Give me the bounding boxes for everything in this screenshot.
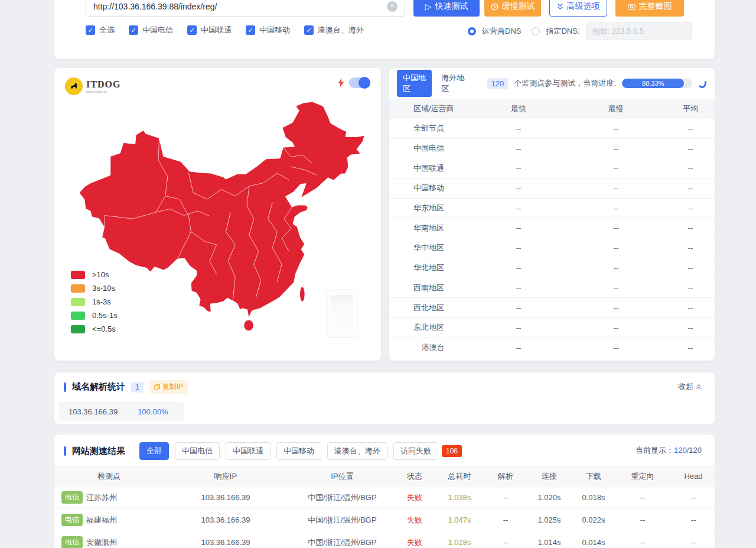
clock-icon xyxy=(491,3,498,11)
legend-swatch xyxy=(71,284,85,293)
logo-subtitle: www.itdog.cn xyxy=(86,90,120,93)
table-row[interactable]: 电信江苏苏州 103.36.166.39 中国/浙江/温州/BGP 失败 1.0… xyxy=(54,487,715,509)
table-row[interactable]: 华中地区------ xyxy=(389,238,715,258)
chevron-double-up-icon xyxy=(696,384,702,390)
progress-fill: 88.33% xyxy=(622,79,685,88)
table-row[interactable]: 东北地区------ xyxy=(389,318,715,338)
check-icon: ✓ xyxy=(86,25,95,35)
radio-isp-dns[interactable] xyxy=(468,27,476,35)
test-config-panel: http://103.36.166.39:88/index/reg/ × ▷ 快… xyxy=(54,0,715,59)
table-row[interactable]: 电信安徽滁州 103.36.166.39 中国/浙江/温州/BGP 失败 1.0… xyxy=(54,531,715,548)
url-input[interactable]: http://103.36.166.39:88/index/reg/ xyxy=(86,0,405,17)
check-icon: ✓ xyxy=(129,25,138,35)
table-row[interactable]: 西南地区------ xyxy=(389,278,715,299)
resolved-ip-item[interactable]: 103.36.166.39 100.00% xyxy=(59,402,184,421)
node-name: 江苏苏州 xyxy=(86,492,117,503)
south-china-sea-inset xyxy=(327,290,357,338)
legend-swatch xyxy=(71,298,85,306)
results-tab-unicom[interactable]: 中国联通 xyxy=(226,442,271,460)
table-row[interactable]: 中国电信------ xyxy=(389,139,715,159)
progress-label: 个监测点参与测试，当前进度: xyxy=(514,78,616,89)
monitor-count-badge: 120 xyxy=(487,78,509,89)
table-row[interactable]: 全部节点------ xyxy=(389,119,715,139)
status-badge: 失败 xyxy=(397,515,432,526)
chevron-double-down-icon xyxy=(557,3,563,10)
table-row[interactable]: 港澳台------ xyxy=(389,338,715,358)
checkbox-hmt-overseas[interactable]: ✓港澳台、海外 xyxy=(304,25,364,35)
map-mode-toggle[interactable] xyxy=(349,77,370,88)
region-stats-panel: 中国地区 海外地区 120 个监测点参与测试，当前进度: 88.33% 区域/运… xyxy=(389,68,715,361)
checkbox-select-all[interactable]: ✓全选 xyxy=(86,25,115,35)
legend-swatch xyxy=(71,271,85,279)
results-tab-mobile[interactable]: 中国移动 xyxy=(276,442,321,460)
checkbox-china-unicom[interactable]: ✓中国联通 xyxy=(187,25,232,35)
table-row[interactable]: 中国移动------ xyxy=(389,179,715,199)
isp-badge: 电信 xyxy=(61,491,83,504)
showing-count: 当前显示：120/120 xyxy=(636,445,702,456)
url-value: http://103.36.166.39:88/index/reg/ xyxy=(93,2,217,11)
check-icon: ✓ xyxy=(187,25,197,35)
legend-item: 0.5s-1s xyxy=(71,311,118,320)
resolved-ip: 103.36.166.39 xyxy=(69,407,118,416)
resolved-ip-percent: 100.00% xyxy=(138,407,168,416)
legend-item: 3s-10s xyxy=(71,284,118,293)
table-row[interactable]: 华北地区------ xyxy=(389,258,715,278)
dns-count-badge: 1 xyxy=(131,382,144,393)
quick-test-button[interactable]: ▷ 快速测试 xyxy=(413,0,480,17)
isp-filter-row: ✓全选 ✓中国电信 ✓中国联通 ✓中国移动 ✓港澳台、海外 xyxy=(86,25,364,35)
results-tab-failed[interactable]: 访问失败 xyxy=(393,442,438,460)
checkbox-china-mobile[interactable]: ✓中国移动 xyxy=(246,25,290,35)
section-accent-bar xyxy=(64,382,66,392)
camera-icon xyxy=(628,3,636,10)
custom-dns-input[interactable]: 例如: 223.5.5.5 xyxy=(586,22,692,40)
table-row[interactable]: 华东地区------ xyxy=(389,199,715,219)
tab-overseas-region[interactable]: 海外地区 xyxy=(438,70,468,97)
checkbox-china-telecom[interactable]: ✓中国电信 xyxy=(129,25,173,35)
copy-ip-button[interactable]: 复制IP xyxy=(149,380,188,394)
slow-test-button[interactable]: 缓慢测试 xyxy=(484,0,541,17)
table-row[interactable]: 电信福建福州 103.36.166.39 中国/浙江/温州/BGP 失败 1.0… xyxy=(54,509,715,531)
legend-item: 1s-3s xyxy=(71,297,118,306)
status-badge: 失败 xyxy=(397,537,432,548)
china-map-panel: ITDOG www.itdog.cn >10s xyxy=(54,68,381,361)
isp-badge: 电信 xyxy=(61,536,83,548)
logo-title: ITDOG xyxy=(86,79,120,90)
advanced-options-button[interactable]: 高级选项 xyxy=(549,0,607,17)
results-table-header: 检测点 响应IP IP位置 状态 总耗时 解析 连接 下载 重定向 Head xyxy=(54,466,715,487)
check-icon: ✓ xyxy=(246,25,255,35)
speed-results-panel: 网站测速结果 全部 中国电信 中国联通 中国移动 港澳台、海外 访问失败 106… xyxy=(54,434,715,548)
results-tab-hmt-overseas[interactable]: 港澳台、海外 xyxy=(327,442,387,460)
legend-swatch xyxy=(71,325,85,333)
node-name: 福建福州 xyxy=(86,515,117,526)
table-row[interactable]: 中国联通------ xyxy=(389,158,715,179)
table-row[interactable]: 西北地区------ xyxy=(389,298,715,318)
clear-url-icon[interactable]: × xyxy=(387,1,397,12)
play-icon: ▷ xyxy=(425,2,432,11)
failed-count-badge: 106 xyxy=(442,445,462,457)
table-row[interactable]: 华南地区------ xyxy=(389,218,715,238)
node-name: 安徽滁州 xyxy=(86,537,117,548)
radio-custom-dns[interactable] xyxy=(532,27,540,35)
progress-bar: 88.33% xyxy=(622,79,692,88)
full-screenshot-button[interactable]: 完整截图 xyxy=(615,0,684,17)
toggle-knob xyxy=(359,77,370,89)
itdog-logo[interactable]: ITDOG www.itdog.cn xyxy=(65,77,120,95)
legend-item: >10s xyxy=(71,270,118,279)
loading-spinner-icon xyxy=(698,78,708,89)
status-badge: 失败 xyxy=(397,492,432,503)
isp-badge: 电信 xyxy=(61,514,83,526)
dns-option-row: 运营商DNS 指定DNS: 例如: 223.5.5.5 xyxy=(468,22,692,40)
section-accent-bar xyxy=(64,446,66,456)
results-tab-telecom[interactable]: 中国电信 xyxy=(175,442,220,460)
map-legend: >10s 3s-10s 1s-3s 0.5s-1s <=0.5s xyxy=(71,270,118,333)
tab-china-region[interactable]: 中国地区 xyxy=(397,70,432,97)
dns-stats-panel: 域名解析统计 1 复制IP 收起 103.36.166.39 100.00% xyxy=(54,372,715,424)
results-tab-all[interactable]: 全部 xyxy=(139,442,169,460)
legend-swatch xyxy=(71,312,85,320)
dns-stats-title: 域名解析统计 xyxy=(72,381,125,393)
collapse-button[interactable]: 收起 xyxy=(678,381,702,392)
results-title: 网站测速结果 xyxy=(72,446,125,457)
check-icon: ✓ xyxy=(304,25,314,35)
copy-icon xyxy=(154,384,160,390)
legend-item: <=0.5s xyxy=(71,325,118,333)
